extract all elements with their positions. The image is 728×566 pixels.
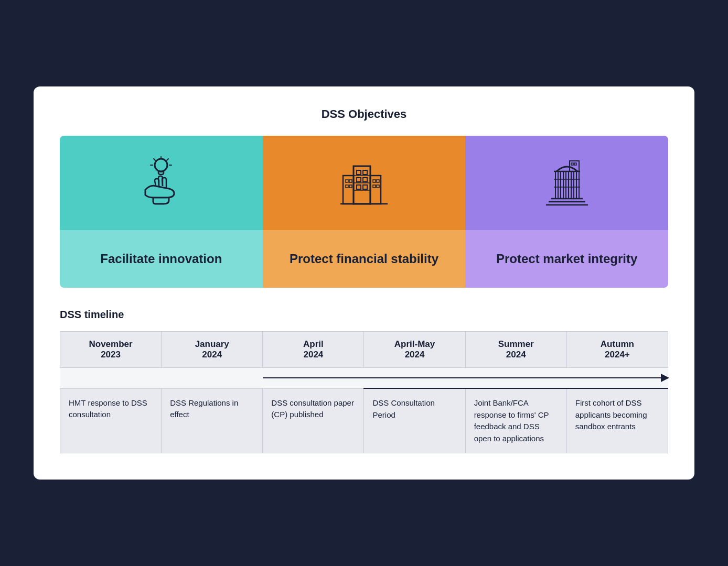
protect-market-integrity-label: Protect market integrity xyxy=(496,251,637,267)
svg-rect-24 xyxy=(377,180,379,182)
svg-rect-21 xyxy=(349,185,352,188)
arrow-cell xyxy=(263,367,668,388)
event-apr2024: DSS consultation paper (CP) published xyxy=(263,388,364,453)
timeline-section: DSS timeline November2023 January2024 Ap… xyxy=(60,309,668,454)
svg-line-4 xyxy=(167,159,168,160)
timeline-table: November2023 January2024 April2024 April… xyxy=(60,331,668,454)
objective-protect-market-integrity: Protect market integrity xyxy=(465,136,668,288)
svg-rect-25 xyxy=(373,185,376,188)
svg-rect-31 xyxy=(566,171,569,199)
facilitate-innovation-icon-area xyxy=(60,136,263,230)
event-aprmay2024: DSS Consultation Period xyxy=(364,388,465,453)
protect-financial-stability-label: Protect financial stability xyxy=(290,251,438,267)
svg-rect-41 xyxy=(574,163,576,165)
objectives-grid: Facilitate innovation xyxy=(60,136,668,288)
svg-rect-9 xyxy=(363,170,367,175)
svg-rect-40 xyxy=(571,163,573,165)
timeline-title: DSS timeline xyxy=(60,309,668,321)
objective-facilitate-innovation: Facilitate innovation xyxy=(60,136,263,288)
svg-rect-19 xyxy=(349,180,352,182)
timeline-data-rows: HMT response to DSS consultation DSS Reg… xyxy=(60,388,668,453)
main-card: DSS Objectives xyxy=(34,86,694,480)
timeline-arrow-row xyxy=(60,367,668,388)
svg-rect-11 xyxy=(363,178,367,182)
timeline-col-apr2024: April2024 xyxy=(263,331,364,367)
svg-rect-8 xyxy=(357,170,361,175)
svg-point-0 xyxy=(155,159,167,171)
svg-rect-33 xyxy=(576,171,579,199)
svg-rect-30 xyxy=(561,171,563,199)
timeline-data-row: HMT response to DSS consultation DSS Reg… xyxy=(60,388,668,453)
lightbulb-hand-icon xyxy=(135,156,187,210)
svg-rect-29 xyxy=(555,171,558,199)
protect-market-integrity-icon-area xyxy=(465,136,668,230)
svg-line-3 xyxy=(154,159,155,160)
timeline-col-nov2023: November2023 xyxy=(60,331,162,367)
protect-financial-stability-label-area: Protect financial stability xyxy=(263,230,466,288)
buildings-integrity-icon xyxy=(541,156,593,210)
timeline-header-row: November2023 January2024 April2024 April… xyxy=(60,331,668,367)
svg-rect-32 xyxy=(571,171,574,199)
svg-rect-18 xyxy=(346,180,348,182)
event-summer2024: Joint Bank/FCA response to firms' CP fee… xyxy=(465,388,566,453)
svg-rect-12 xyxy=(357,185,361,189)
timeline-col-jan2024: January2024 xyxy=(162,331,263,367)
svg-rect-13 xyxy=(363,185,367,189)
event-jan2024: DSS Regulations in effect xyxy=(162,388,263,453)
protect-financial-stability-icon-area xyxy=(263,136,466,230)
event-autumn2024: First cohort of DSS applicants becoming … xyxy=(566,388,668,453)
svg-rect-10 xyxy=(357,178,361,182)
facilitate-innovation-label-area: Facilitate innovation xyxy=(60,230,263,288)
svg-rect-7 xyxy=(354,166,370,204)
timeline-col-autumn2024: Autumn2024+ xyxy=(566,331,668,367)
arrow-empty-1 xyxy=(60,367,162,388)
svg-rect-20 xyxy=(346,185,348,188)
timeline-col-aprmay2024: April-May2024 xyxy=(364,331,465,367)
protect-market-integrity-label-area: Protect market integrity xyxy=(465,230,668,288)
timeline-col-summer2024: Summer2024 xyxy=(465,331,566,367)
page-title: DSS Objectives xyxy=(60,107,668,121)
event-nov2023: HMT response to DSS consultation xyxy=(60,388,162,453)
facilitate-innovation-label: Facilitate innovation xyxy=(100,251,222,267)
arrow-empty-2 xyxy=(162,367,263,388)
svg-rect-26 xyxy=(377,185,379,188)
objective-protect-financial-stability: Protect financial stability xyxy=(263,136,466,288)
svg-rect-23 xyxy=(373,180,376,182)
buildings-stability-icon xyxy=(338,156,390,210)
